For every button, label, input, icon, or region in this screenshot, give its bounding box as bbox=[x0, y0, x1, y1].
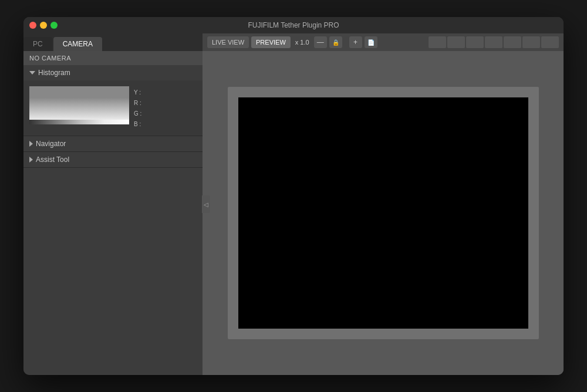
main-content: PC CAMERA NO CAMERA Histogram bbox=[23, 33, 564, 375]
histogram-header[interactable]: Histogram bbox=[23, 65, 203, 80]
collapse-handle[interactable]: ◁ bbox=[202, 195, 210, 213]
add-icon: + bbox=[353, 38, 357, 46]
tab-pc[interactable]: PC bbox=[23, 37, 52, 51]
preview-black bbox=[238, 97, 528, 329]
page-button[interactable]: 📄 bbox=[365, 36, 377, 48]
histogram-b: B : bbox=[134, 119, 142, 130]
segment-7 bbox=[541, 36, 559, 48]
assist-tool-section: Assist Tool bbox=[23, 152, 203, 168]
title-bar: FUJIFILM Tether Plugin PRO bbox=[23, 17, 564, 33]
segment-2 bbox=[447, 36, 465, 48]
minimize-button[interactable] bbox=[40, 22, 47, 29]
histogram-r: R : bbox=[134, 98, 142, 109]
toolbar: LIVE VIEW PREVIEW x 1.0 — 🔒 + 📄 bbox=[203, 33, 564, 51]
segment-4 bbox=[485, 36, 502, 48]
segment-6 bbox=[522, 36, 540, 48]
segment-1 bbox=[429, 36, 446, 48]
preview-frame bbox=[228, 87, 539, 339]
collapse-arrow-icon: ◁ bbox=[204, 201, 208, 208]
window-title: FUJIFILM Tether Plugin PRO bbox=[248, 21, 339, 29]
lock-button[interactable]: 🔒 bbox=[329, 36, 342, 48]
histogram-y: Y : bbox=[134, 87, 142, 98]
zoom-fit-button[interactable]: — bbox=[314, 36, 327, 48]
histogram-row: Y : R : G : B : bbox=[29, 86, 197, 130]
tab-bar: PC CAMERA bbox=[23, 33, 203, 51]
right-panel: LIVE VIEW PREVIEW x 1.0 — 🔒 + 📄 bbox=[203, 33, 564, 375]
add-button[interactable]: + bbox=[349, 36, 362, 48]
left-panel: PC CAMERA NO CAMERA Histogram bbox=[23, 33, 203, 375]
navigator-section: Navigator bbox=[23, 136, 203, 152]
zoom-fit-icon: — bbox=[317, 38, 324, 46]
page-icon: 📄 bbox=[367, 39, 375, 46]
histogram-triangle-icon bbox=[29, 71, 35, 75]
histogram-section: Histogram Y : R : G : bbox=[23, 65, 203, 136]
assist-tool-triangle-icon bbox=[29, 157, 33, 163]
histogram-values: Y : R : G : B : bbox=[134, 86, 142, 130]
segment-5 bbox=[504, 36, 521, 48]
histogram-content: Y : R : G : B : bbox=[23, 80, 203, 136]
lock-icon: 🔒 bbox=[332, 39, 339, 46]
toolbar-segments bbox=[429, 36, 559, 48]
navigator-label: Navigator bbox=[36, 140, 66, 148]
close-button[interactable] bbox=[29, 22, 36, 29]
segment-3 bbox=[466, 36, 484, 48]
no-camera-bar: NO CAMERA bbox=[23, 51, 203, 65]
preview-button[interactable]: PREVIEW bbox=[251, 36, 291, 48]
live-view-button[interactable]: LIVE VIEW bbox=[207, 36, 249, 48]
navigator-header[interactable]: Navigator bbox=[23, 136, 203, 151]
preview-area bbox=[203, 51, 564, 375]
histogram-label: Histogram bbox=[38, 69, 70, 77]
zoom-level: x 1.0 bbox=[293, 39, 312, 46]
histogram-g: G : bbox=[134, 109, 142, 119]
histogram-graph bbox=[29, 86, 129, 124]
traffic-lights bbox=[23, 22, 58, 29]
assist-tool-label: Assist Tool bbox=[36, 156, 69, 164]
navigator-triangle-icon bbox=[29, 141, 33, 147]
tab-camera[interactable]: CAMERA bbox=[53, 37, 102, 51]
assist-tool-header[interactable]: Assist Tool bbox=[23, 152, 203, 167]
maximize-button[interactable] bbox=[50, 22, 58, 29]
app-window: FUJIFILM Tether Plugin PRO PC CAMERA NO … bbox=[23, 17, 564, 375]
